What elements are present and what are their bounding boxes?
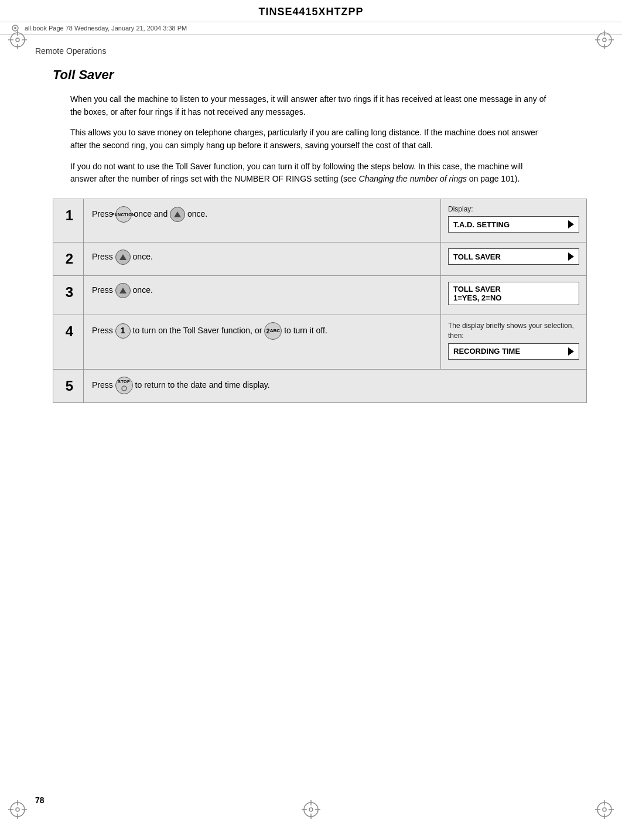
step-1-middle-text: once and (134, 209, 170, 218)
bottom-center-decoration (302, 800, 320, 819)
step-3-lcd-line2: 1=YES, 2=NO (453, 293, 501, 302)
section-label: Remote Operations (35, 46, 587, 56)
step-2-lcd-arrow (568, 252, 574, 261)
step-3-lcd-line1: TOLL SAVER (453, 285, 501, 293)
document-title: TINSE4415XHTZPP (258, 6, 363, 18)
section-title: Toll Saver (53, 67, 587, 83)
corner-decoration-bl (8, 800, 27, 819)
step-2-end-text: once. (133, 252, 153, 261)
paragraph-3: If you do not want to use the Toll Saver… (70, 161, 551, 186)
nav-up-button-3[interactable] (115, 283, 131, 298)
key-1-button[interactable]: 1 (115, 323, 131, 339)
step-1-number: 1 (53, 199, 84, 242)
step-4-display: The display briefly shows your selection… (441, 315, 586, 369)
step-1-lcd-text: T.A.D. SETTING (453, 220, 510, 229)
step-5-end-text: to return to the date and time display. (135, 380, 270, 389)
step-3-press-label: Press (92, 285, 115, 295)
step-1-lcd: T.A.D. SETTING (448, 216, 579, 233)
step-2-row: 2 Press once. TOLL SAVER (53, 243, 586, 276)
step-3-end-text: once. (133, 285, 153, 295)
step-1-row: 1 Press FUNCTION once and once. Display:… (53, 199, 586, 243)
svg-point-29 (122, 386, 127, 391)
step-3-display: TOLL SAVER 1=YES, 2=NO (441, 276, 586, 315)
svg-point-3 (16, 38, 19, 42)
step-3-row: 3 Press once. TOLL SAVER 1=YES, 2=NO (53, 276, 586, 315)
step-4-lcd: RECORDING TIME (448, 343, 579, 360)
paragraph-2: This allows you to save money on telepho… (70, 127, 551, 152)
step-1-instruction: Press FUNCTION once and once. (84, 199, 441, 242)
step-1-display: Display: T.A.D. SETTING (441, 199, 586, 242)
step-3-lcd: TOLL SAVER 1=YES, 2=NO (448, 282, 579, 305)
display-label-1: Display: (448, 205, 579, 213)
svg-marker-27 (119, 254, 127, 260)
step-2-display: TOLL SAVER (441, 243, 586, 275)
svg-point-21 (603, 808, 606, 811)
step-4-lcd-arrow (568, 347, 574, 356)
paragraph-1: When you call the machine to listen to y… (70, 93, 551, 118)
svg-marker-28 (119, 288, 127, 293)
step-4-row: 4 Press 1 to turn on the Toll Saver func… (53, 315, 586, 370)
step-2-instruction: Press once. (84, 243, 441, 275)
step-4-number: 4 (53, 315, 84, 369)
step-5-row: 5 Press STOP to return to the date and t… (53, 370, 586, 402)
function-button[interactable]: FUNCTION (115, 206, 132, 223)
step-2-press-label: Press (92, 252, 115, 261)
nav-up-button-2[interactable] (115, 250, 131, 265)
step-2-lcd-text: TOLL SAVER (453, 252, 501, 261)
step-4-display-brief: The display briefly shows your selection… (448, 321, 579, 341)
corner-decoration-tl (8, 30, 27, 49)
step-5-instruction: Press STOP to return to the date and tim… (84, 370, 586, 402)
svg-point-1 (14, 27, 16, 29)
svg-marker-26 (174, 211, 181, 217)
step-4-lcd-text: RECORDING TIME (453, 347, 520, 356)
corner-decoration-br (595, 800, 614, 819)
step-5-press-label: Press (92, 380, 115, 389)
step-4-press-label: Press (92, 326, 115, 335)
corner-decoration-tr (595, 30, 614, 49)
step-5-number: 5 (53, 370, 84, 402)
step-4-text-2: to turn it off. (284, 326, 327, 335)
stop-button[interactable]: STOP (115, 377, 133, 394)
nav-up-button[interactable] (170, 207, 185, 222)
step-2-lcd: TOLL SAVER (448, 248, 579, 265)
step-4-instruction: Press 1 to turn on the Toll Saver functi… (84, 315, 441, 369)
steps-table: 1 Press FUNCTION once and once. Display:… (53, 199, 587, 403)
file-info-bar: all.book Page 78 Wednesday, January 21, … (0, 22, 622, 35)
step-3-instruction: Press once. (84, 276, 441, 315)
main-content: Remote Operations Toll Saver When you ca… (35, 35, 587, 403)
step-2-number: 2 (53, 243, 84, 275)
step-4-text-1: to turn on the Toll Saver function, or (133, 326, 265, 335)
page-header: TINSE4415XHTZPP (0, 0, 622, 22)
key-2abc-button[interactable]: 2ABC (264, 322, 282, 340)
svg-point-9 (603, 38, 606, 42)
svg-point-15 (16, 808, 19, 811)
page-number: 78 (35, 795, 45, 805)
svg-point-31 (309, 808, 313, 811)
step-1-lcd-arrow (568, 220, 574, 228)
file-info-text: all.book Page 78 Wednesday, January 21, … (25, 25, 187, 32)
step-1-end-text: once. (187, 209, 207, 218)
step-3-number: 3 (53, 276, 84, 315)
